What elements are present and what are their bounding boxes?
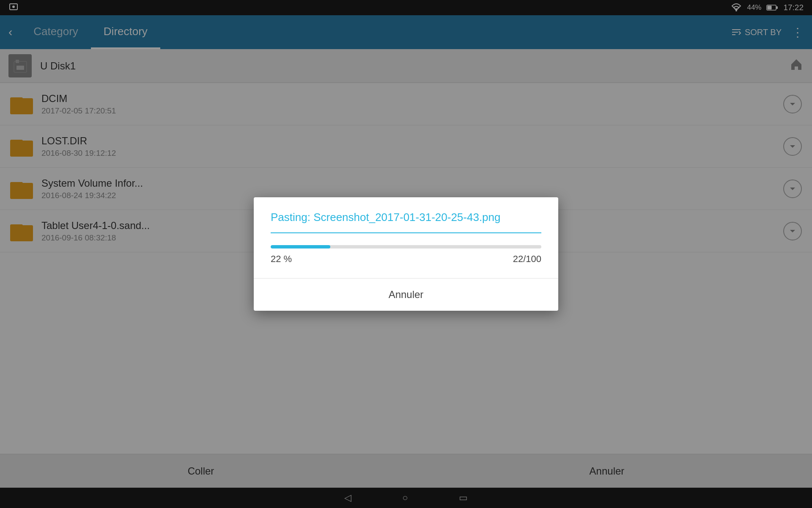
dialog-footer: Annuler (254, 279, 558, 311)
dialog-title-prefix: Pasting: (271, 211, 313, 224)
dialog-title: Pasting: Screenshot_2017-01-31-20-25-43.… (271, 211, 541, 233)
progress-bar-container (271, 245, 541, 248)
progress-percent: 22 % (271, 254, 292, 265)
modal-overlay: Pasting: Screenshot_2017-01-31-20-25-43.… (0, 0, 812, 508)
paste-progress-dialog: Pasting: Screenshot_2017-01-31-20-25-43.… (254, 197, 558, 311)
progress-bar-fill (271, 245, 330, 248)
dialog-cancel-button[interactable]: Annuler (254, 279, 558, 311)
progress-count: 22/100 (513, 254, 541, 265)
progress-labels: 22 % 22/100 (271, 254, 541, 265)
dialog-filename: Screenshot_2017-01-31-20-25-43.png (313, 211, 500, 224)
dialog-body: Pasting: Screenshot_2017-01-31-20-25-43.… (254, 197, 558, 279)
